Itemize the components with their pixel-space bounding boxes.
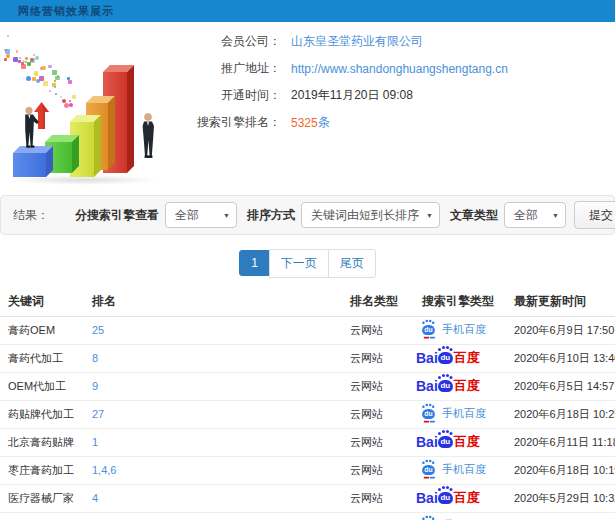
chevron-down-icon: ▼ <box>223 212 230 219</box>
engine-cell: Baidu百度 du手机百度 <box>414 372 506 400</box>
updated-cell: 2020年6月18日 10:25 <box>506 400 615 428</box>
rank-link[interactable]: 27 <box>92 408 104 420</box>
col-updated: 最新更新时间 <box>506 288 615 316</box>
engine-cell: Baidu百度 du手机百度 <box>414 400 506 428</box>
baidu-paw-icon: du <box>438 380 453 392</box>
company-link[interactable]: 山东皇圣堂药业有限公司 <box>291 33 423 50</box>
keyword-cell: 膏药OEM <box>0 316 84 344</box>
rank-count-suffix: 条 <box>318 114 330 131</box>
baidu-paw-icon: du <box>438 352 453 364</box>
results-table: 关键词 排名 排名类型 搜索引擎类型 最新更新时间 膏药OEM 25 云网站 B… <box>0 288 615 520</box>
rank-type-cell: 云网站 <box>342 372 414 400</box>
keyword-cell: 菏泽膏药厂家 <box>0 512 84 520</box>
info-row-rank-count: 搜索引擎排名： 5325条 <box>185 109 615 136</box>
info-row-open-time: 开通时间： 2019年11月20日 09:08 <box>185 82 615 109</box>
rank-cell: 9 <box>84 372 342 400</box>
rank-link[interactable]: 1,4,6 <box>92 464 116 476</box>
table-row: 膏药OEM 25 云网站 Baidu百度 du手机百度 2020年6月9日 17… <box>0 316 615 344</box>
updated-cell: 2020年6月11日 11:40 <box>506 512 615 520</box>
rank-type-cell: 云网站 <box>342 316 414 344</box>
keyword-cell: 北京膏药贴牌 <box>0 428 84 456</box>
last-page-button[interactable]: 尾页 <box>328 249 376 278</box>
updated-cell: 2020年5月29日 10:32 <box>506 484 615 512</box>
keyword-cell: OEM代加工 <box>0 372 84 400</box>
next-page-button[interactable]: 下一页 <box>269 249 329 278</box>
chevron-down-icon: ▼ <box>552 212 559 219</box>
mobile-baidu-icon: du手机百度 <box>416 406 486 421</box>
mobile-baidu-icon: du手机百度 <box>416 462 486 477</box>
table-row: 医疗器械厂家 4 云网站 Baidu百度 du手机百度 2020年5月29日 1… <box>0 484 615 512</box>
businessman-right <box>138 112 158 166</box>
article-type-label: 文章类型 <box>450 207 498 224</box>
sort-select[interactable]: 关键词由短到长排序 ▼ <box>301 202 440 228</box>
updated-cell: 2020年6月5日 14:57 <box>506 372 615 400</box>
baidu-paw-icon: du <box>422 409 435 419</box>
company-info: 会员公司： 山东皇圣堂药业有限公司 推广地址： http://www.shand… <box>185 28 615 136</box>
baidu-paw-icon: du <box>422 325 435 335</box>
table-row: 枣庄膏药加工 1,4,6 云网站 Baidu百度 du手机百度 2020年6月1… <box>0 456 615 484</box>
result-label: 结果： <box>13 207 49 224</box>
col-keyword: 关键词 <box>0 288 84 316</box>
article-type-select[interactable]: 全部 ▼ <box>504 202 566 228</box>
keyword-cell: 枣庄膏药加工 <box>0 456 84 484</box>
businessman-left <box>20 106 40 156</box>
sort-filter-label: 排序方式 <box>247 207 295 224</box>
page-title: 网络营销效果展示 <box>18 4 114 19</box>
table-row: 药贴牌代加工 27 云网站 Baidu百度 du手机百度 2020年6月18日 … <box>0 400 615 428</box>
page-1-button[interactable]: 1 <box>239 250 270 276</box>
bar-chart-illustration <box>0 22 190 195</box>
info-row-url: 推广地址： http://www.shandonghuangshengtang.… <box>185 55 615 82</box>
baidu-logo-icon: Baidu百度 <box>416 489 480 507</box>
baidu-logo-icon: Baidu百度 <box>416 377 480 395</box>
engine-cell: Baidu百度 du手机百度 <box>414 316 506 344</box>
promo-url-link[interactable]: http://www.shandonghuangshengtang.cn <box>291 62 508 76</box>
keyword-cell: 医疗器械厂家 <box>0 484 84 512</box>
baidu-paw-icon: du <box>422 465 435 475</box>
updated-cell: 2020年6月18日 10:19 <box>506 456 615 484</box>
filter-bar: 结果： 分搜索引擎查看 全部 ▼ 排序方式 关键词由短到长排序 ▼ 文章类型 全… <box>0 195 615 235</box>
rank-type-cell: 云网站 <box>342 484 414 512</box>
engine-cell: Baidu百度 du手机百度 <box>414 344 506 372</box>
engine-cell: Baidu百度 du手机百度 <box>414 484 506 512</box>
table-row: OEM代加工 9 云网站 Baidu百度 du手机百度 2020年6月5日 14… <box>0 372 615 400</box>
rank-count-label: 搜索引擎排名： <box>185 114 281 131</box>
bar-blue <box>13 153 46 177</box>
baidu-paw-icon: du <box>438 436 453 448</box>
rank-count-value: 5325 <box>291 116 318 130</box>
rank-cell: 8 <box>84 344 342 372</box>
baidu-logo-icon: Baidu百度 <box>416 349 480 367</box>
rank-link[interactable]: 9 <box>92 380 98 392</box>
rank-type-cell: 云网站 <box>342 428 414 456</box>
rank-type-cell: 云网站 <box>342 456 414 484</box>
col-engine-type: 搜索引擎类型 <box>414 288 506 316</box>
rank-cell: 1 <box>84 428 342 456</box>
engine-cell: Baidu百度 du手机百度 <box>414 512 506 520</box>
filter-controls: 分搜索引擎查看 全部 ▼ 排序方式 关键词由短到长排序 ▼ 文章类型 全部 ▼ … <box>65 201 614 229</box>
rank-cell: 27 <box>84 400 342 428</box>
table-row: 北京膏药贴牌 1 云网站 Baidu百度 du手机百度 2020年6月11日 1… <box>0 428 615 456</box>
info-row-company: 会员公司： 山东皇圣堂药业有限公司 <box>185 28 615 55</box>
rank-link[interactable]: 1 <box>92 436 98 448</box>
rank-link[interactable]: 25 <box>92 324 104 336</box>
updated-cell: 2020年6月9日 17:50 <box>506 316 615 344</box>
table-row: 菏泽膏药厂家 17 云网站 Baidu百度 du手机百度 2020年6月11日 … <box>0 512 615 520</box>
rank-type-cell: 云网站 <box>342 512 414 520</box>
updated-cell: 2020年6月11日 11:18 <box>506 428 615 456</box>
open-time-value: 2019年11月20日 09:08 <box>291 87 413 104</box>
table-row: 膏药代加工 8 云网站 Baidu百度 du手机百度 2020年6月10日 13… <box>0 344 615 372</box>
company-label: 会员公司： <box>185 33 281 50</box>
engine-cell: Baidu百度 du手机百度 <box>414 428 506 456</box>
col-rank-type: 排名类型 <box>342 288 414 316</box>
rank-link[interactable]: 8 <box>92 352 98 364</box>
submit-button[interactable]: 提交 <box>574 201 615 229</box>
engine-cell: Baidu百度 du手机百度 <box>414 456 506 484</box>
rank-type-cell: 云网站 <box>342 400 414 428</box>
updated-cell: 2020年6月10日 13:40 <box>506 344 615 372</box>
rank-link[interactable]: 4 <box>92 492 98 504</box>
engine-select[interactable]: 全部 ▼ <box>165 202 237 228</box>
info-section: 会员公司： 山东皇圣堂药业有限公司 推广地址： http://www.shand… <box>0 22 615 195</box>
keyword-cell: 药贴牌代加工 <box>0 400 84 428</box>
marketing-report-page: 网络营销效果展示 <box>0 0 615 520</box>
table-header-row: 关键词 排名 排名类型 搜索引擎类型 最新更新时间 <box>0 288 615 316</box>
mobile-baidu-icon: du手机百度 <box>416 322 486 337</box>
